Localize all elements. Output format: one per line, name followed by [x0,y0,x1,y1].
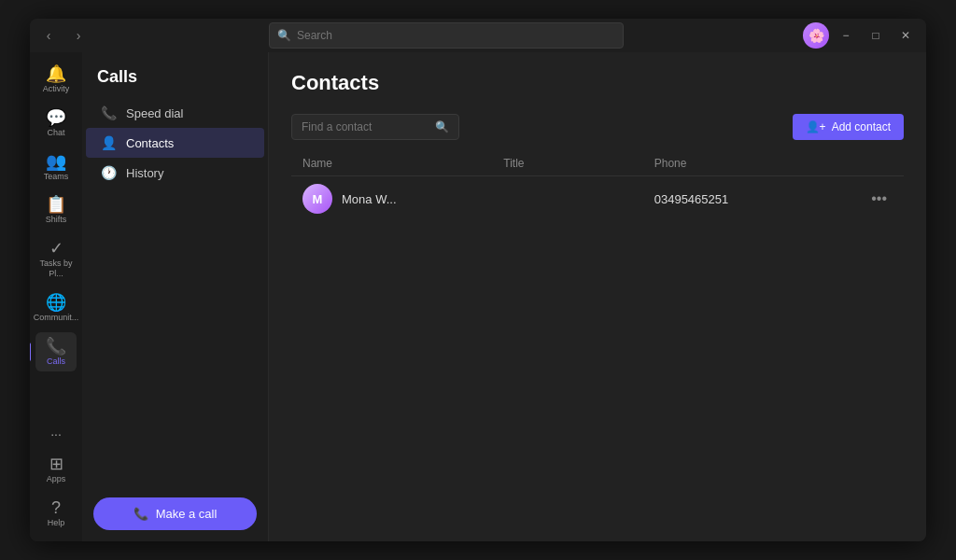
table-header: Name Title Phone [291,151,904,176]
communities-icon: 🌐 [46,294,66,311]
nav-label-contacts: Contacts [126,136,174,150]
minimize-button[interactable]: − [833,22,859,49]
search-bar[interactable]: 🔍 [269,22,624,49]
sidebar-item-tasks[interactable]: ✓ Tasks by Pl... [35,234,77,285]
contact-phone: 03495465251 [654,192,855,206]
sidebar-label-help: Help [48,518,65,528]
table-row[interactable]: M Mona W... 03495465251 ••• [291,176,904,221]
sidebar-label-teams: Teams [44,172,69,182]
panel-nav: 📞 Speed dial 👤 Contacts 🕐 History [82,94,268,486]
search-input[interactable] [297,29,615,42]
sidebar-label-calls: Calls [47,357,65,367]
sidebar-item-shifts[interactable]: 📋 Shifts [35,190,77,231]
sidebar-item-apps[interactable]: ⊞ Apps [35,450,77,490]
find-contact-field[interactable]: 🔍 [291,114,459,140]
col-header-actions [855,157,893,170]
sidebar-label-activity: Activity [43,84,70,94]
title-bar: ‹ › 🔍 🌸 − □ ✕ [30,19,926,52]
avatar: M [302,184,332,214]
sidebar-label-tasks: Tasks by Pl... [39,259,73,279]
speed-dial-icon: 📞 [101,105,117,120]
contact-name-cell: M Mona W... [302,184,503,214]
forward-button[interactable]: › [67,24,90,47]
apps-icon: ⊞ [49,455,63,472]
nav-item-contacts[interactable]: 👤 Contacts [86,128,264,158]
make-call-button[interactable]: 📞 Make a call [93,497,257,530]
nav-label-history: History [126,166,163,180]
active-indicator [30,343,31,361]
content-toolbar: 🔍 👤+ Add contact [269,106,926,147]
col-header-phone: Phone [654,157,855,170]
sidebar-item-calls[interactable]: 📞 Calls [35,332,77,372]
col-header-title: Title [503,157,654,170]
sidebar: 🔔 Activity 💬 Chat 👥 Teams 📋 Shifts ✓ Tas… [30,52,82,541]
make-call-phone-icon: 📞 [134,507,148,521]
sidebar-label-communities: Communit... [34,313,79,323]
add-contact-label: Add contact [832,120,891,133]
find-contact-input[interactable] [302,120,428,133]
app-window: ‹ › 🔍 🌸 − □ ✕ 🔔 Activity 💬 Chat [30,19,926,541]
activity-icon: 🔔 [46,65,66,82]
make-call-label: Make a call [156,507,218,521]
tasks-icon: ✓ [49,240,63,257]
sidebar-item-help[interactable]: ? Help [35,494,77,534]
col-header-name: Name [302,157,503,170]
content-header: Contacts [269,52,926,106]
title-bar-left: ‹ › [37,24,90,47]
maximize-button[interactable]: □ [863,22,889,49]
title-bar-right: 🌸 − □ ✕ [803,22,919,49]
search-icon: 🔍 [277,29,291,42]
add-contact-icon: 👤+ [806,120,826,133]
nav-item-history[interactable]: 🕐 History [86,158,264,188]
sidebar-item-communities[interactable]: 🌐 Communit... [35,288,77,329]
contacts-icon: 👤 [101,135,117,150]
back-button[interactable]: ‹ [37,24,60,47]
page-title: Contacts [291,71,904,95]
teams-icon: 👥 [46,153,66,170]
calls-icon: 📞 [46,338,66,355]
chat-icon: 💬 [46,109,66,126]
sidebar-item-chat[interactable]: 💬 Chat [35,104,77,144]
sidebar-item-activity[interactable]: 🔔 Activity [35,60,77,100]
contact-more-button[interactable]: ••• [865,187,893,211]
sidebar-label-shifts: Shifts [46,215,67,225]
user-avatar-button[interactable]: 🌸 [803,22,829,49]
left-panel: Calls 📞 Speed dial 👤 Contacts 🕐 History … [82,52,269,541]
more-apps-button[interactable]: ... [43,416,69,446]
add-contact-button[interactable]: 👤+ Add contact [793,114,904,140]
help-icon: ? [51,499,61,516]
nav-item-speed-dial[interactable]: 📞 Speed dial [86,98,264,128]
shifts-icon: 📋 [46,196,66,213]
main-layout: 🔔 Activity 💬 Chat 👥 Teams 📋 Shifts ✓ Tas… [30,52,926,541]
panel-title: Calls [82,52,268,94]
nav-label-speed-dial: Speed dial [126,106,183,120]
contact-actions: ••• [855,187,893,211]
contacts-table: Name Title Phone M Mona W... 03495465251… [269,151,926,221]
main-content: Contacts 🔍 👤+ Add contact Name Title Pho… [269,52,926,541]
close-button[interactable]: ✕ [893,22,919,49]
sidebar-label-apps: Apps [47,474,66,484]
sidebar-item-teams[interactable]: 👥 Teams [35,147,77,188]
sidebar-label-chat: Chat [47,128,64,138]
history-icon: 🕐 [101,165,117,180]
find-contact-search-icon: 🔍 [435,120,449,133]
contact-name: Mona W... [342,192,397,206]
